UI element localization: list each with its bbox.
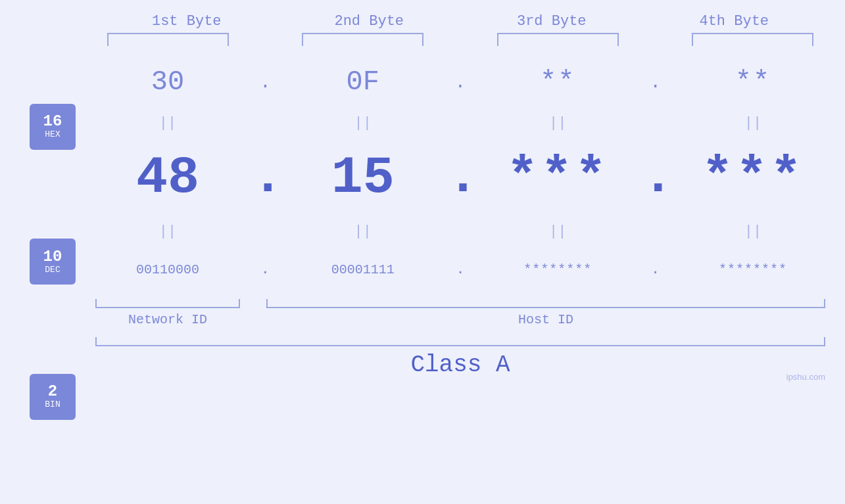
bin-badge-number: 2 (48, 384, 57, 400)
dec-dot3: . (642, 147, 674, 207)
eq-row-hex-dec: || || || || (95, 112, 825, 135)
eq4-text: || (744, 115, 761, 131)
hex-sep1: . (252, 72, 278, 93)
eq3-text: || (549, 115, 566, 131)
dec-sep3: . (642, 151, 669, 204)
dec-b3: *** (506, 148, 609, 208)
bracket-b4 (692, 33, 813, 46)
bin-row: 00110000 . 00001111 . ******** (95, 243, 825, 296)
eq6-text: || (354, 223, 371, 240)
bin-sep3: . (642, 262, 669, 278)
host-id-label: Host ID (266, 312, 825, 327)
bin-b2: 00001111 (331, 262, 395, 277)
byte-headers: 1st Byte 2nd Byte 3rd Byte 4th Byte (0, 13, 845, 30)
eq1: || (95, 115, 240, 131)
network-id-label: Network ID (95, 312, 240, 327)
main-container: 1st Byte 2nd Byte 3rd Byte 4th Byte 16 H… (0, 0, 845, 504)
dec-dot1: . (252, 147, 283, 207)
bin-b3-cell: ******** (485, 262, 630, 277)
watermark: ipshu.com (786, 371, 825, 383)
bin-badge: 2 BIN (30, 374, 76, 420)
hex-sep2: . (447, 72, 473, 93)
bin-sep1: . (252, 262, 278, 278)
dec-row: 48 . 15 . *** . (95, 135, 825, 220)
class-area: Class A ipshu.com (95, 337, 825, 383)
bin-b1-cell: 00110000 (95, 262, 240, 277)
id-bracket-area: Network ID Host ID (95, 299, 825, 332)
eq8-text: || (744, 223, 761, 240)
hex-b1: 30 (151, 66, 184, 98)
class-bracket (95, 337, 825, 346)
hex-b3: ** (540, 66, 575, 98)
hex-b2: 0F (346, 66, 379, 98)
hex-dot3: . (650, 72, 661, 93)
dec-dot2: . (447, 147, 479, 207)
bytes-grid: 30 . 0F . ** . (95, 46, 845, 504)
content-area: 16 HEX 10 DEC 2 BIN 30 . (0, 46, 845, 504)
watermark-text: ipshu.com (786, 372, 825, 382)
bin-dot3: . (651, 262, 660, 278)
hex-b4-cell: ** (681, 66, 825, 98)
dec-sep2: . (447, 151, 473, 204)
network-id-text: Network ID (128, 312, 207, 327)
hex-sep3: . (642, 72, 669, 93)
bin-b4-cell: ******** (681, 262, 825, 277)
hex-b3-cell: ** (485, 66, 630, 98)
badges-column: 16 HEX 10 DEC 2 BIN (0, 46, 95, 504)
grid-rows: 30 . 0F . ** . (95, 53, 825, 383)
bin-sep2: . (447, 262, 473, 278)
bracket-b2 (302, 33, 423, 46)
eq8: || (681, 223, 825, 240)
dec-badge-number: 10 (43, 249, 62, 265)
eq4: || (681, 115, 825, 131)
dec-b1-cell: 48 (95, 148, 240, 208)
eq7-text: || (549, 223, 566, 240)
bin-b2-cell: 00001111 (291, 262, 435, 277)
class-label-container: Class A (95, 352, 825, 378)
hex-row: 30 . 0F . ** . (95, 53, 825, 112)
byte1-label: 1st Byte (121, 13, 253, 30)
bracket-b3 (497, 33, 619, 46)
hex-b2-cell: 0F (291, 66, 435, 98)
eq3: || (485, 115, 630, 131)
dec-b3-cell: *** (485, 148, 630, 208)
bin-dot2: . (456, 262, 464, 278)
eq6: || (291, 223, 435, 240)
dec-b4: *** (702, 148, 804, 208)
host-bracket (266, 299, 825, 308)
dec-b2-cell: 15 (291, 148, 435, 208)
eq5: || (95, 223, 240, 240)
dec-b4-cell: *** (681, 148, 825, 208)
byte3-label: 3rd Byte (486, 13, 617, 30)
host-id-text: Host ID (518, 312, 573, 327)
eq1-text: || (159, 115, 176, 131)
byte2-label: 2nd Byte (303, 13, 435, 30)
eq-row-dec-bin: || || || || (95, 220, 825, 243)
dec-b2: 15 (331, 148, 395, 208)
bin-badge-base: BIN (45, 400, 60, 410)
hex-dot1: . (260, 72, 271, 93)
eq7: || (485, 223, 630, 240)
bin-dot1: . (261, 262, 270, 278)
network-bracket (95, 299, 240, 308)
bin-b4: ******** (719, 262, 787, 277)
dec-sep1: . (252, 151, 278, 204)
hex-dot2: . (455, 72, 466, 93)
bin-b1: 00110000 (136, 262, 199, 277)
eq2: || (291, 115, 435, 131)
hex-badge-base: HEX (45, 129, 60, 140)
top-brackets (0, 33, 845, 46)
class-label: Class A (410, 352, 510, 378)
dec-badge: 10 DEC (30, 239, 76, 285)
dec-badge-base: DEC (45, 265, 60, 275)
hex-b1-cell: 30 (95, 66, 240, 98)
eq5-text: || (159, 223, 176, 240)
bin-b3: ******** (523, 262, 592, 277)
hex-badge-number: 16 (43, 114, 62, 129)
bracket-b1 (107, 33, 229, 46)
eq2-text: || (354, 115, 371, 131)
hex-b4: ** (735, 66, 771, 98)
dec-b1: 48 (136, 148, 199, 208)
hex-badge: 16 HEX (30, 104, 76, 150)
byte4-label: 4th Byte (668, 13, 800, 30)
